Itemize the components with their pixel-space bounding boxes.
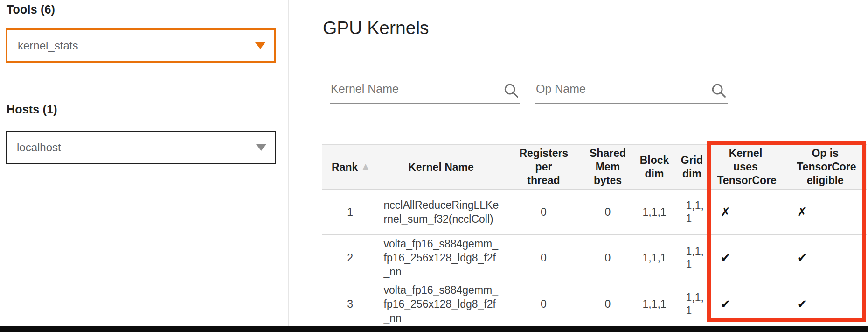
column-header-kernel-name[interactable]: Kernel Name <box>378 145 504 190</box>
column-header-registers-per-thread[interactable]: Registers per thread <box>504 145 583 190</box>
rank-cell: 1 <box>322 190 378 235</box>
gpu-kernels-table: Rank▲ Kernel Name Registers per thread S… <box>322 144 867 327</box>
block-dim-cell: 1,1,1 <box>632 190 677 235</box>
column-header-grid-dim[interactable]: Grid dim <box>677 145 708 190</box>
rank-cell: 3 <box>322 281 378 327</box>
kernel-name-input[interactable] <box>330 82 501 103</box>
column-header-block-dim[interactable]: Block dim <box>632 145 677 190</box>
op-name-input[interactable] <box>535 82 709 103</box>
tools-select-value: kernel_stats <box>18 39 78 52</box>
shared-mem-cell: 0 <box>583 281 632 327</box>
hosts-select[interactable]: localhost <box>6 131 276 164</box>
column-header-kernel-uses-tensorcore[interactable]: Kernel uses TensorCore <box>708 145 784 190</box>
bottom-bar <box>0 326 868 332</box>
block-dim-cell: 1,1,1 <box>632 281 677 327</box>
kernel-uses-tensorcore-cell: ✔ <box>708 235 784 281</box>
column-header-rank[interactable]: Rank▲ <box>322 145 378 190</box>
table-row: 3 volta_fp16_s884gemm_fp16_256x128_ldg8_… <box>322 281 867 327</box>
table-row: 1 ncclAllReduceRingLLKernel_sum_f32(nccl… <box>322 190 867 235</box>
hosts-select-value: localhost <box>17 141 61 154</box>
rank-header-label: Rank <box>332 161 358 174</box>
op-name-filter <box>535 66 728 104</box>
column-header-shared-mem-bytes[interactable]: Shared Mem bytes <box>583 145 632 190</box>
sidebar-divider <box>288 0 289 326</box>
chevron-down-icon <box>256 144 266 151</box>
registers-cell: 0 <box>504 281 583 327</box>
chevron-down-icon <box>255 42 265 49</box>
tools-select[interactable]: kernel_stats <box>6 28 276 63</box>
registers-cell: 0 <box>504 190 583 235</box>
table-header-row: Rank▲ Kernel Name Registers per thread S… <box>322 145 867 190</box>
op-tensorcore-eligible-cell: ✗ <box>784 190 867 235</box>
kernel-name-filter <box>330 66 520 104</box>
rank-cell: 2 <box>322 235 378 281</box>
search-icon <box>503 83 519 99</box>
sort-ascending-icon: ▲ <box>362 162 368 171</box>
search-icon <box>711 83 727 99</box>
grid-dim-cell: 1,1,1 <box>677 190 708 235</box>
table-row: 2 volta_fp16_s884gemm_fp16_256x128_ldg8_… <box>322 235 867 281</box>
page-title: GPU Kernels <box>323 18 429 38</box>
hosts-label: Hosts (1) <box>7 103 57 116</box>
grid-dim-cell: 1,1,1 <box>677 281 708 327</box>
op-tensorcore-eligible-cell: ✔ <box>784 281 867 327</box>
registers-cell: 0 <box>504 235 583 281</box>
kernel-uses-tensorcore-cell: ✔ <box>708 281 784 327</box>
shared-mem-cell: 0 <box>583 235 632 281</box>
kernel-name-cell: volta_fp16_s884gemm_fp16_256x128_ldg8_f2… <box>378 281 504 327</box>
tools-label: Tools (6) <box>7 3 55 16</box>
kernel-uses-tensorcore-cell: ✗ <box>708 190 784 235</box>
shared-mem-cell: 0 <box>583 190 632 235</box>
grid-dim-cell: 1,1,1 <box>677 235 708 281</box>
column-header-op-is-tensorcore-eligible[interactable]: Op is TensorCore eligible <box>784 145 867 190</box>
block-dim-cell: 1,1,1 <box>632 235 677 281</box>
kernel-name-cell: ncclAllReduceRingLLKernel_sum_f32(ncclCo… <box>378 190 504 235</box>
kernel-name-cell: volta_fp16_s884gemm_fp16_256x128_ldg8_f2… <box>378 235 504 281</box>
op-tensorcore-eligible-cell: ✔ <box>784 235 867 281</box>
